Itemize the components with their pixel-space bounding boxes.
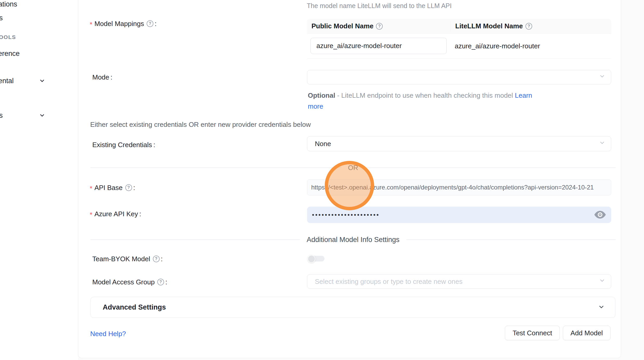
mode-help-text: Optional - LiteLLM endpoint to use when … <box>308 90 570 112</box>
public-model-name-input[interactable] <box>310 38 447 54</box>
add-model-button[interactable]: Add Model <box>563 326 610 340</box>
mode-label: Mode: <box>92 73 112 82</box>
test-connect-button[interactable]: Test Connect <box>505 326 560 340</box>
chevron-down-icon <box>599 73 605 81</box>
litellm-model-name-value: azure_ai/azure-model-router <box>455 34 540 58</box>
required-mark: * <box>90 211 92 219</box>
model-access-group-select[interactable]: Select existing groups or type to create… <box>307 274 611 289</box>
api-base-input[interactable] <box>307 179 611 195</box>
existing-credentials-label: Existing Credentials: <box>92 140 155 149</box>
model-access-group-label: Model Access Group ? : <box>92 278 167 286</box>
advanced-settings-header[interactable]: Advanced Settings <box>90 297 615 318</box>
column-header-public-model-name: Public Model Name ? <box>307 21 451 32</box>
advanced-settings-title: Advanced Settings <box>103 303 166 311</box>
toggle-knob <box>308 255 315 263</box>
azure-api-key-input[interactable] <box>307 207 593 223</box>
column-header-litellm-model-name: LiteLLM Model Name ? <box>451 21 611 32</box>
required-mark: * <box>90 21 92 29</box>
help-circle-icon[interactable]: ? <box>157 279 164 285</box>
help-circle-icon[interactable]: ? <box>125 184 132 191</box>
help-circle-icon[interactable]: ? <box>376 23 383 30</box>
or-divider: OR <box>90 164 616 171</box>
team-byok-toggle[interactable] <box>308 255 326 264</box>
chevron-down-icon <box>599 140 605 148</box>
azure-api-key-field <box>307 207 611 223</box>
help-circle-icon[interactable]: ? <box>525 23 532 30</box>
model-mappings-table: Public Model Name ? LiteLLM Model Name ?… <box>307 19 611 58</box>
table-header-row: Public Model Name ? LiteLLM Model Name ? <box>307 19 611 34</box>
required-mark: * <box>90 185 92 193</box>
need-help-link[interactable]: Need Help? <box>90 330 126 338</box>
existing-credentials-select[interactable]: None <box>307 136 611 151</box>
eye-icon[interactable] <box>594 210 606 219</box>
team-byok-label: Team-BYOK Model ? : <box>92 254 163 263</box>
chevron-down-icon <box>598 304 605 311</box>
table-row: azure_ai/azure-model-router <box>307 34 611 58</box>
help-circle-icon[interactable]: ? <box>153 256 160 262</box>
model-mappings-label: * Model Mappings ? : <box>90 19 157 28</box>
chevron-down-icon <box>599 278 605 286</box>
mode-select[interactable] <box>307 70 611 84</box>
additional-settings-divider: Additional Model Info Settings <box>90 236 616 243</box>
api-base-label: * API Base ? : <box>90 183 135 192</box>
help-circle-icon[interactable]: ? <box>147 20 153 27</box>
azure-api-key-label: * Azure API Key : <box>90 210 141 218</box>
credentials-note: Either select existing credentials OR en… <box>90 121 311 129</box>
model-name-help-text: The model name LiteLLM will send to the … <box>307 2 452 10</box>
